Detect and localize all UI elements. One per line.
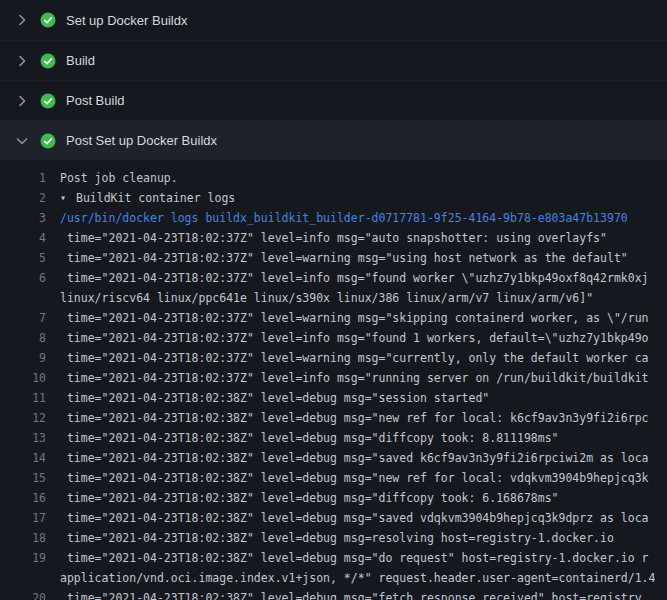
log-line-number[interactable]: 18 <box>0 528 60 548</box>
log-line-text: time="2021-04-23T18:02:37Z" level=warnin… <box>60 308 649 328</box>
success-check-icon <box>40 133 56 149</box>
log-line-number[interactable]: 10 <box>0 368 60 388</box>
log-line-number[interactable]: 7 <box>0 308 60 328</box>
log-line-number[interactable]: 20 <box>0 588 60 600</box>
log-line-text: /usr/bin/docker logs buildx_buildkit_bui… <box>60 208 628 228</box>
log-line-number[interactable]: 9 <box>0 348 60 368</box>
log-line-text: Post job cleanup. <box>60 168 178 188</box>
log-line-number[interactable]: 14 <box>0 448 60 468</box>
log-group-toggle-icon[interactable]: ▾ <box>60 188 76 208</box>
log-line-number[interactable]: 6 <box>0 268 60 288</box>
workflow-log-viewer: Set up Docker Buildx Build Post Build Po… <box>0 0 667 600</box>
log-line-text: time="2021-04-23T18:02:38Z" level=debug … <box>60 448 649 468</box>
log-line: 18 time="2021-04-23T18:02:38Z" level=deb… <box>0 528 667 548</box>
log-line: 15 time="2021-04-23T18:02:38Z" level=deb… <box>0 468 667 488</box>
log-line-text: time="2021-04-23T18:02:37Z" level=info m… <box>60 368 649 388</box>
log-line-text: time="2021-04-23T18:02:38Z" level=debug … <box>60 548 649 568</box>
log-line: 2 ▾ BuildKit container logs <box>0 188 667 208</box>
step-row-post-set-up-docker-buildx[interactable]: Post Set up Docker Buildx <box>0 120 667 160</box>
log-line-text: application/vnd.oci.image.index.v1+json,… <box>60 568 655 588</box>
log-line-number[interactable]: 3 <box>0 208 60 228</box>
log-line: 13 time="2021-04-23T18:02:38Z" level=deb… <box>0 428 667 448</box>
chevron-right-icon <box>14 12 30 28</box>
log-line-number[interactable]: 11 <box>0 388 60 408</box>
log-line-text: time="2021-04-23T18:02:38Z" level=debug … <box>60 528 614 548</box>
log-line: 20 time="2021-04-23T18:02:38Z" level=deb… <box>0 588 667 600</box>
log-line-text: time="2021-04-23T18:02:37Z" level=warnin… <box>60 248 628 268</box>
chevron-right-icon <box>14 93 30 109</box>
log-line: 4 time="2021-04-23T18:02:37Z" level=info… <box>0 228 667 248</box>
log-line-number[interactable]: 8 <box>0 328 60 348</box>
log-line-text: time="2021-04-23T18:02:38Z" level=debug … <box>60 488 559 508</box>
step-row-post-build[interactable]: Post Build <box>0 80 667 120</box>
log-line: 3 /usr/bin/docker logs buildx_buildkit_b… <box>0 208 667 228</box>
log-line-text: time="2021-04-23T18:02:38Z" level=debug … <box>60 428 559 448</box>
log-line-text: time="2021-04-23T18:02:38Z" level=debug … <box>60 508 649 528</box>
log-line-text: time="2021-04-23T18:02:38Z" level=debug … <box>60 408 649 428</box>
log-line: 16 time="2021-04-23T18:02:38Z" level=deb… <box>0 488 667 508</box>
log-line-text: time="2021-04-23T18:02:37Z" level=info m… <box>60 228 607 248</box>
success-check-icon <box>40 53 56 69</box>
log-line-text: BuildKit container logs <box>76 188 235 208</box>
log-line: 14 time="2021-04-23T18:02:38Z" level=deb… <box>0 448 667 468</box>
success-check-icon <box>40 93 56 109</box>
log-line-text: time="2021-04-23T18:02:37Z" level=info m… <box>60 328 649 348</box>
chevron-down-icon <box>14 133 30 149</box>
log-area: 1 Post job cleanup. 2 ▾ BuildKit contain… <box>0 160 667 600</box>
log-line: 12 time="2021-04-23T18:02:38Z" level=deb… <box>0 408 667 428</box>
log-line: 6 time="2021-04-23T18:02:37Z" level=info… <box>0 268 667 288</box>
log-lines: 1 Post job cleanup. 2 ▾ BuildKit contain… <box>0 168 667 600</box>
step-title: Post Set up Docker Buildx <box>66 133 217 148</box>
log-line: 5 time="2021-04-23T18:02:37Z" level=warn… <box>0 248 667 268</box>
step-row-build[interactable]: Build <box>0 40 667 80</box>
log-line-text: time="2021-04-23T18:02:38Z" level=debug … <box>60 588 642 600</box>
step-title: Post Build <box>66 93 125 108</box>
chevron-right-icon <box>14 53 30 69</box>
log-line: 8 time="2021-04-23T18:02:37Z" level=info… <box>0 328 667 348</box>
log-line-number[interactable]: 1 <box>0 168 60 188</box>
log-line-number[interactable]: 19 <box>0 548 60 568</box>
log-line-number[interactable]: 12 <box>0 408 60 428</box>
step-title: Build <box>66 53 95 68</box>
log-line-number[interactable] <box>0 568 60 588</box>
log-line: linux/riscv64 linux/ppc641e linux/s390x … <box>0 288 667 308</box>
log-line-number[interactable]: 2 <box>0 188 60 208</box>
log-line: application/vnd.oci.image.index.v1+json,… <box>0 568 667 588</box>
step-title: Set up Docker Buildx <box>66 13 187 28</box>
log-line-number[interactable]: 15 <box>0 468 60 488</box>
log-line-number[interactable]: 13 <box>0 428 60 448</box>
log-line-text: linux/riscv64 linux/ppc641e linux/s390x … <box>60 288 593 308</box>
log-line-number[interactable]: 16 <box>0 488 60 508</box>
log-line: 19 time="2021-04-23T18:02:38Z" level=deb… <box>0 548 667 568</box>
log-line-text: time="2021-04-23T18:02:37Z" level=info m… <box>60 268 649 288</box>
log-line-number[interactable]: 4 <box>0 228 60 248</box>
log-line-text: time="2021-04-23T18:02:38Z" level=debug … <box>60 468 649 488</box>
step-row-set-up-docker-buildx[interactable]: Set up Docker Buildx <box>0 0 667 40</box>
log-line-text: time="2021-04-23T18:02:37Z" level=warnin… <box>60 348 649 368</box>
log-line: 17 time="2021-04-23T18:02:38Z" level=deb… <box>0 508 667 528</box>
log-line-number[interactable] <box>0 288 60 308</box>
log-line: 1 Post job cleanup. <box>0 168 667 188</box>
log-line: 11 time="2021-04-23T18:02:38Z" level=deb… <box>0 388 667 408</box>
log-line-text: time="2021-04-23T18:02:38Z" level=debug … <box>60 388 489 408</box>
log-line: 7 time="2021-04-23T18:02:37Z" level=warn… <box>0 308 667 328</box>
log-line-number[interactable]: 17 <box>0 508 60 528</box>
log-line-number[interactable]: 5 <box>0 248 60 268</box>
success-check-icon <box>40 12 56 28</box>
log-line: 9 time="2021-04-23T18:02:37Z" level=warn… <box>0 348 667 368</box>
log-line: 10 time="2021-04-23T18:02:37Z" level=inf… <box>0 368 667 388</box>
